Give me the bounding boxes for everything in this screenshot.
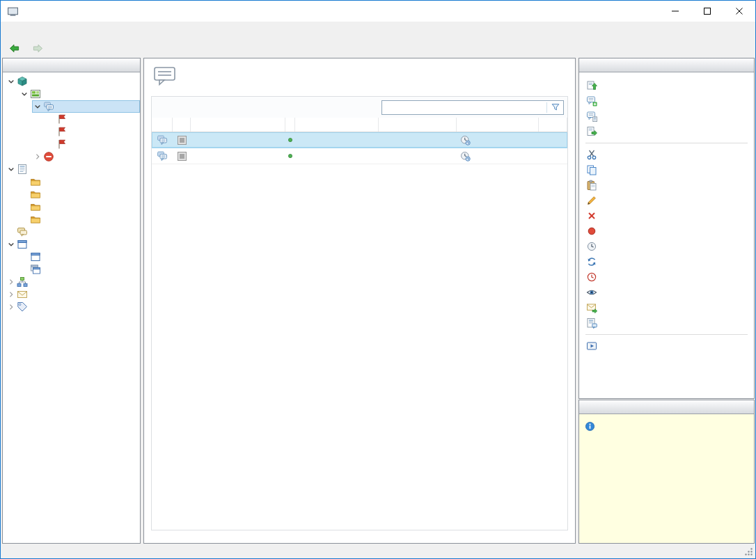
table-row[interactable] (152, 148, 567, 164)
tree-item-messages[interactable] (3, 100, 140, 113)
action-remove[interactable] (579, 208, 754, 223)
static-messages-icon (17, 226, 28, 237)
action-cut[interactable] (579, 147, 754, 162)
actions-panel-header (579, 58, 754, 72)
tree-item-system-a[interactable] (3, 200, 140, 213)
add-message-from-template-icon (586, 111, 597, 122)
action-disable[interactable] (579, 223, 754, 239)
tree-item-network-pool[interactable] (3, 276, 140, 288)
chevron-expanded-icon[interactable] (19, 88, 30, 100)
tree-item-templates[interactable] (3, 163, 140, 175)
preview-eye-icon (586, 287, 597, 298)
filter-input[interactable] (382, 102, 546, 112)
actions-separator (585, 334, 748, 335)
action-shift-start-time[interactable] (579, 269, 754, 285)
filter-strip (152, 97, 567, 118)
forward-button[interactable] (28, 41, 52, 56)
chevron-expanded-icon[interactable] (32, 101, 43, 112)
action-refresh-viewed[interactable] (579, 254, 754, 269)
action-preview[interactable] (579, 285, 754, 300)
chevron-expanded-icon[interactable] (6, 239, 17, 250)
action-paste[interactable] (579, 178, 754, 193)
groups-icon (30, 264, 41, 275)
column-header-start-time[interactable] (295, 118, 379, 132)
tree-item-completed[interactable] (3, 138, 140, 150)
resize-grip[interactable] (743, 546, 754, 557)
tree-item-default[interactable] (3, 88, 140, 100)
copy-icon (586, 164, 597, 175)
tree-item-system-b[interactable] (3, 213, 140, 226)
main-panel (143, 58, 576, 544)
message-group-icon (30, 88, 41, 100)
flag-icon (56, 113, 68, 125)
maximize-button[interactable] (691, 1, 723, 22)
minimize-icon (672, 8, 679, 15)
action-add-new-message[interactable] (579, 93, 754, 109)
resolve-clock-icon (586, 241, 597, 252)
action-export-messages[interactable] (579, 124, 754, 139)
action-add-new-message-from-template[interactable] (579, 109, 754, 124)
export-icon (586, 126, 597, 137)
attribute-pool-icon (17, 301, 28, 313)
chevron-collapsed-icon[interactable] (6, 276, 17, 288)
actions-list (579, 72, 754, 354)
status-green-dot-icon (287, 136, 294, 143)
action-edit[interactable] (579, 193, 754, 208)
chevron-collapsed-icon[interactable] (32, 151, 43, 162)
tree-item-static-messages[interactable] (3, 226, 140, 238)
applications-icon (30, 251, 41, 262)
action-publish[interactable] (579, 78, 754, 93)
paste-icon (586, 180, 597, 191)
messages-icon (43, 101, 54, 112)
title-bar (1, 1, 755, 22)
column-header-reason[interactable] (191, 118, 285, 132)
actions-panel (578, 58, 755, 399)
reason-cell (191, 132, 285, 148)
chevron-expanded-icon[interactable] (6, 164, 17, 175)
start-time-cell (295, 148, 379, 164)
tree-item-global[interactable] (3, 175, 140, 188)
refresh-icon (586, 256, 597, 267)
action-watch-video-tutorials[interactable] (579, 338, 754, 354)
filter-funnel-button[interactable] (547, 102, 563, 112)
minimize-button[interactable] (659, 1, 691, 22)
close-button[interactable] (723, 1, 755, 22)
tree-item-email-pool[interactable] (3, 288, 140, 301)
flag-icon (56, 126, 68, 137)
funnel-icon (551, 102, 560, 112)
action-resolve-now[interactable] (579, 239, 754, 254)
navigation-tree (3, 72, 140, 313)
tree-item-interfaces[interactable] (3, 188, 140, 200)
filter-box[interactable] (381, 100, 564, 115)
chevron-expanded-icon[interactable] (6, 76, 17, 87)
tree-item-pending[interactable] (3, 113, 140, 125)
application-pool-icon (17, 239, 28, 250)
action-send-as-email[interactable] (579, 300, 754, 315)
chevron-collapsed-icon[interactable] (6, 289, 17, 300)
navigation-panel (2, 58, 141, 544)
navigation-panel-header (3, 58, 140, 72)
back-button[interactable] (4, 41, 28, 56)
action-copy[interactable] (579, 162, 754, 178)
row-checkbox[interactable] (178, 152, 187, 161)
tree-item-exclusions[interactable] (3, 150, 140, 163)
close-icon (736, 8, 743, 15)
chevron-collapsed-icon[interactable] (6, 301, 17, 313)
information-panel-header (579, 400, 754, 414)
folder-icon (30, 214, 41, 225)
tree-item-application-pool[interactable] (3, 238, 140, 251)
menu-help[interactable] (17, 22, 30, 39)
tree-item-attribute-pool[interactable] (3, 301, 140, 313)
publish-icon (586, 80, 597, 91)
action-create-template[interactable] (579, 315, 754, 331)
column-header-viewed[interactable] (457, 118, 539, 132)
tree-item-applications[interactable] (3, 251, 140, 263)
column-header-end-time[interactable] (379, 118, 457, 132)
tree-item-message-groups[interactable] (3, 75, 140, 88)
table-row[interactable] (152, 132, 567, 148)
tree-item-groups[interactable] (3, 263, 140, 276)
menu-file[interactable] (5, 22, 17, 39)
start-time-cell (295, 132, 379, 148)
tree-item-active[interactable] (3, 125, 140, 138)
row-checkbox[interactable] (178, 136, 187, 145)
